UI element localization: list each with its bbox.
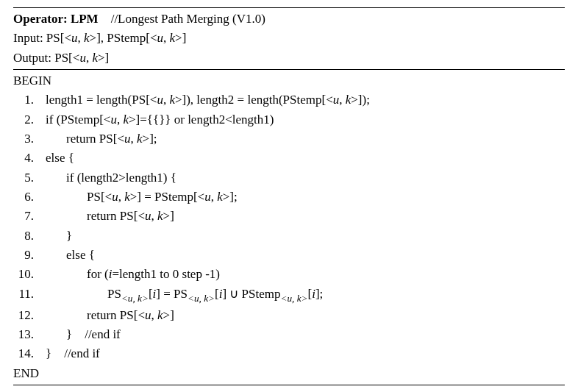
line-content: } — [38, 227, 72, 246]
code-line: 4.else { — [13, 149, 565, 168]
line-content: length1 = length(PS[<u, k>]), length2 = … — [38, 90, 370, 110]
rule-bottom — [13, 385, 565, 385]
code-line: 7.return PS[<u, k>] — [13, 207, 565, 226]
line-number: 8. — [13, 227, 38, 246]
operator-comment: //Longest Path Merging (V1.0) — [111, 12, 265, 26]
operator-line: Operator: LPM //Longest Path Merging (V1… — [13, 10, 565, 29]
output-label: Output: — [13, 51, 54, 65]
algorithm-body: BEGIN 1.length1 = length(PS[<u, k>]), le… — [13, 71, 565, 383]
line-number: 7. — [13, 207, 38, 226]
line-content: return PS[<u, k>] — [38, 306, 174, 325]
code-line: 11.PS<u, k>[i] = PS<u, k>[i] ∪ PStemp<u,… — [13, 285, 565, 306]
input-line: Input: PS[<u, k>], PStemp[<u, k>] — [13, 29, 565, 48]
line-number: 2. — [13, 110, 38, 129]
code-line: 3.return PS[<u, k>]; — [13, 129, 565, 149]
line-number: 3. — [13, 129, 38, 149]
line-content: if (length2>length1) { — [38, 168, 176, 188]
line-number: 10. — [13, 265, 38, 284]
line-number: 13. — [13, 325, 38, 344]
line-number: 6. — [13, 188, 38, 207]
code-line: 6.PS[<u, k>] = PStemp[<u, k>]; — [13, 188, 565, 207]
line-content: } //end if — [38, 325, 121, 344]
line-content: else { — [38, 149, 74, 168]
rule-top — [13, 7, 565, 8]
line-number: 4. — [13, 149, 38, 168]
line-content: } //end if — [38, 344, 100, 363]
input-label: Input: — [13, 31, 46, 45]
input-args: PS[<u, k>], PStemp[<u, k>] — [46, 31, 186, 45]
code-line: 2.if (PStemp[<u, k>]={{}} or length2<len… — [13, 110, 565, 129]
line-number: 11. — [13, 285, 38, 304]
line-number: 5. — [13, 168, 38, 188]
begin-keyword: BEGIN — [13, 71, 565, 90]
line-content: PS[<u, k>] = PStemp[<u, k>]; — [38, 188, 238, 207]
end-keyword: END — [13, 364, 565, 383]
code-line: 12.return PS[<u, k>] — [13, 306, 565, 325]
code-lines: 1.length1 = length(PS[<u, k>]), length2 … — [13, 90, 565, 363]
line-content: return PS[<u, k>]; — [38, 129, 157, 149]
line-content: if (PStemp[<u, k>]={{}} or length2<lengt… — [38, 110, 274, 129]
code-line: 10.for (i=length1 to 0 step -1) — [13, 265, 565, 284]
line-number: 1. — [13, 90, 38, 110]
code-line: 9.else { — [13, 246, 565, 265]
line-content: return PS[<u, k>] — [38, 207, 174, 226]
code-line: 14.} //end if — [13, 344, 565, 363]
rule-mid — [13, 69, 565, 70]
line-content: else { — [38, 246, 95, 265]
output-args: PS[<u, k>] — [54, 51, 109, 65]
line-content: PS<u, k>[i] = PS<u, k>[i] ∪ PStemp<u, k>… — [38, 285, 323, 306]
code-line: 1.length1 = length(PS[<u, k>]), length2 … — [13, 90, 565, 110]
operator-label: Operator: LPM — [13, 12, 99, 26]
line-number: 12. — [13, 306, 38, 325]
output-line: Output: PS[<u, k>] — [13, 49, 565, 68]
line-number: 9. — [13, 246, 38, 265]
line-number: 14. — [13, 344, 38, 363]
line-content: for (i=length1 to 0 step -1) — [38, 265, 220, 284]
code-line: 5.if (length2>length1) { — [13, 168, 565, 188]
code-line: 8.} — [13, 227, 565, 246]
code-line: 13.} //end if — [13, 325, 565, 344]
